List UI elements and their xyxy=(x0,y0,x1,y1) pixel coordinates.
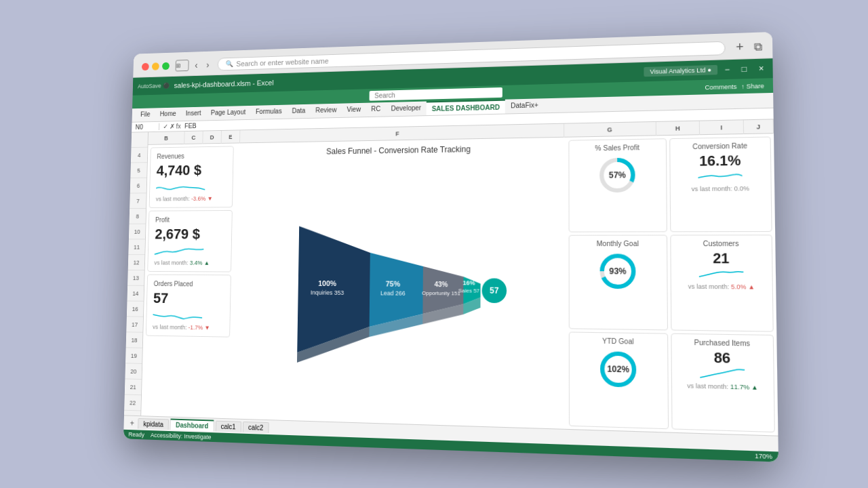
revenues-vs: vs last month: -3.6% ▼ xyxy=(156,195,213,202)
formula-value: FEB xyxy=(184,122,197,129)
profit-card: Profit 2,679 $ vs last month: 3.4% ▲ xyxy=(147,210,233,272)
tab-sales-dashboard[interactable]: SALES DASHBOARD xyxy=(427,100,505,115)
row-header-19: 19 xyxy=(125,348,142,364)
minimize-button[interactable] xyxy=(152,62,159,70)
sheet-tab-kpidata[interactable]: kpidata xyxy=(138,418,169,430)
row-header-5: 5 xyxy=(130,163,147,178)
comments-button[interactable]: Comments xyxy=(705,83,736,90)
row-header-18: 18 xyxy=(126,332,143,348)
tab-data[interactable]: Data xyxy=(287,104,311,119)
row-header-21: 21 xyxy=(125,379,142,395)
revenues-trend: -3.6% ▼ xyxy=(191,195,213,202)
svg-text:Opportunity 151: Opportunity 151 xyxy=(422,289,460,296)
row-header-16: 16 xyxy=(127,301,144,317)
left-metrics-panel: Revenues 4,740 $ vs last month: -3.6% ▼ xyxy=(144,146,237,415)
add-sheet-button[interactable]: + xyxy=(127,418,137,428)
tab-formulas[interactable]: Formulas xyxy=(250,105,287,119)
tab-home[interactable]: Home xyxy=(155,107,181,121)
ready-status: Ready xyxy=(128,431,144,439)
tabs-button[interactable]: ⧉ xyxy=(754,40,762,53)
sales-profit-value: 57% xyxy=(609,170,626,180)
tab-file[interactable]: File xyxy=(136,108,155,121)
ytd-goal-value: 102% xyxy=(607,364,629,374)
purchased-items-card: Purchased Items 86 vs last month: 11.7% … xyxy=(671,333,774,432)
tab-review[interactable]: Review xyxy=(311,104,342,118)
profit-vs: vs last month: 3.4% ▲ xyxy=(154,260,210,266)
tab-insert[interactable]: Insert xyxy=(180,107,205,121)
row-header-13: 13 xyxy=(127,270,144,286)
ytd-goal-donut: 102% xyxy=(597,348,640,391)
svg-text:100%: 100% xyxy=(318,279,337,287)
row-header-12: 12 xyxy=(128,255,145,270)
tab-rc[interactable]: RC xyxy=(366,102,387,117)
restore-excel[interactable]: □ xyxy=(738,64,750,74)
excel-search-input[interactable] xyxy=(370,87,502,101)
profit-title: Profit xyxy=(155,216,170,224)
orders-sparkline xyxy=(153,309,202,323)
row-header-10: 10 xyxy=(129,224,146,240)
orders-title: Orders Placed xyxy=(154,280,193,287)
col-j: J xyxy=(744,119,774,134)
excel-container: AutoSave ⚫ sales-kpi-dashboard.xlsm - Ex… xyxy=(123,58,778,462)
profit-sparkline xyxy=(155,245,204,258)
revenues-value: 4,740 $ xyxy=(157,162,202,179)
sheet-tab-dashboard[interactable]: Dashboard xyxy=(170,419,214,432)
maximize-button[interactable] xyxy=(162,62,170,70)
row-header-20: 20 xyxy=(125,363,142,380)
address-text: Search or enter website name xyxy=(236,57,328,68)
tab-pagelayout[interactable]: Page Layout xyxy=(205,106,250,120)
row-header-8: 8 xyxy=(130,209,146,224)
svg-text:43%: 43% xyxy=(435,280,448,288)
col-h: H xyxy=(656,121,700,136)
svg-text:57: 57 xyxy=(490,286,499,295)
conversion-rate-value: 16.1% xyxy=(699,152,741,169)
sales-profit-donut: 57% xyxy=(596,154,639,196)
minimize-excel[interactable]: − xyxy=(722,64,732,75)
back-button[interactable]: ‹ xyxy=(193,58,201,71)
sheet-tab-calc2[interactable]: calc2 xyxy=(243,421,269,432)
right-metrics-panel: % Sales Profit 57% xyxy=(568,136,774,432)
col-g: G xyxy=(564,122,656,138)
forward-button[interactable]: › xyxy=(203,58,212,70)
row-header-22: 22 xyxy=(124,395,141,411)
row-header-7: 7 xyxy=(130,193,146,209)
orders-card: Orders Placed 57 vs last month: -1.7% ▼ xyxy=(146,274,231,338)
browser-controls: ⊞ ‹ › xyxy=(176,58,212,71)
svg-text:Lead 266: Lead 266 xyxy=(380,289,406,297)
col-c: C xyxy=(184,131,203,144)
company-badge: Visual Analytics Ltd ● xyxy=(644,65,717,77)
profit-trend: 3.4% ▲ xyxy=(190,260,210,266)
close-excel[interactable]: × xyxy=(755,64,767,74)
svg-text:Inquiries 353: Inquiries 353 xyxy=(311,289,344,296)
share-button[interactable]: ↑ Share xyxy=(741,82,764,89)
cell-reference: N0 xyxy=(136,123,160,131)
customers-value: 21 xyxy=(713,251,730,267)
row-header-6: 6 xyxy=(130,178,147,194)
conversion-sparkline xyxy=(698,169,742,184)
revenues-card: Revenues 4,740 $ vs last month: -3.6% ▼ xyxy=(149,146,234,208)
tab-datafix[interactable]: DataFix+ xyxy=(505,98,544,113)
customers-vs: vs last month: 5.0% ▲ xyxy=(688,283,755,291)
close-button[interactable] xyxy=(142,62,149,70)
row-header-17: 17 xyxy=(126,317,143,332)
profit-value: 2,679 $ xyxy=(155,226,200,243)
col-d: D xyxy=(203,131,222,144)
sheet-tab-calc1[interactable]: calc1 xyxy=(215,420,241,432)
monthly-goal-value: 93% xyxy=(609,266,626,277)
tab-developer[interactable]: Developer xyxy=(386,102,427,117)
orders-vs: vs last month: -1.7% ▼ xyxy=(153,324,210,331)
funnel-svg: 100% Inquiries 353 75% Lead 266 43% Oppo… xyxy=(284,211,512,370)
conversion-vs: vs last month: 0.0% xyxy=(692,185,749,192)
traffic-lights xyxy=(142,62,170,70)
spreadsheet: 4 5 6 7 8 10 11 12 13 14 16 17 18 19 20 … xyxy=(123,119,778,462)
sidebar-button[interactable]: ⊞ xyxy=(176,60,189,71)
dashboard: Revenues 4,740 $ vs last month: -3.6% ▼ xyxy=(141,134,778,435)
tab-view[interactable]: View xyxy=(342,103,366,117)
excel-title: sales-kpi-dashboard.xlsm - Excel xyxy=(174,79,274,89)
funnel-chart: 100% Inquiries 353 75% Lead 266 43% Oppo… xyxy=(236,158,564,426)
orders-trend: -1.7% ▼ xyxy=(189,324,210,331)
conversion-rate-title: Conversion Rate xyxy=(692,142,747,150)
new-tab-button[interactable]: + xyxy=(733,40,747,55)
ytd-goal-card: YTD Goal 102% xyxy=(569,331,669,429)
browser-window: ⊞ ‹ › 🔍 Search or enter website name + ⧉… xyxy=(123,32,778,462)
